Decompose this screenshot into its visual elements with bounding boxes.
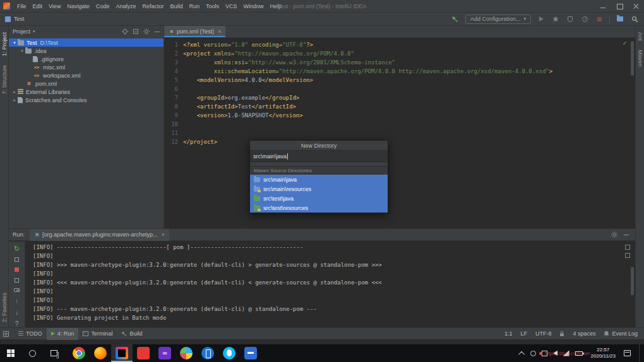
- build-hammer-icon[interactable]: [451, 15, 460, 23]
- volume-icon[interactable]: [553, 351, 558, 356]
- file-encoding[interactable]: UTF-8: [535, 330, 552, 337]
- menu-file[interactable]: File: [14, 0, 30, 13]
- code-line[interactable]: xmlns:xsi="http://www.w3.org/2001/XMLSch…: [183, 58, 552, 67]
- debug-icon[interactable]: [551, 15, 560, 23]
- menu-tools[interactable]: Tools: [203, 0, 222, 13]
- code-line[interactable]: <modelVersion>4.0.0</modelVersion>: [183, 76, 552, 85]
- menu-analyze[interactable]: Analyze: [112, 0, 139, 13]
- prev-occurrence-icon[interactable]: ↑: [13, 298, 21, 305]
- menu-run[interactable]: Run: [186, 0, 203, 13]
- help-icon[interactable]: ?: [13, 320, 21, 327]
- tool-button-ant[interactable]: Ant: [637, 32, 643, 41]
- taskbar-app-app-colorwheel[interactable]: [176, 344, 197, 362]
- breadcrumb[interactable]: Test: [14, 16, 25, 22]
- event-log-button[interactable]: Event Log: [604, 330, 638, 337]
- gear-icon[interactable]: [143, 28, 150, 35]
- project-panel-title[interactable]: Project: [13, 28, 30, 35]
- chevron-right-icon[interactable]: ▸: [11, 90, 18, 95]
- taskbar-app-app-red[interactable]: [133, 344, 154, 362]
- code-line[interactable]: [183, 120, 552, 129]
- caret-position[interactable]: 1:1: [504, 330, 513, 337]
- tree-item-test[interactable]: ▾TestD:\Test: [9, 38, 164, 47]
- indent-info[interactable]: 4 spaces: [573, 330, 595, 337]
- line-separator[interactable]: LF: [520, 330, 527, 337]
- code-line[interactable]: <artifactId>Test</artifactId>: [183, 102, 552, 111]
- run-tab[interactable]: m [org.apache.maven.plugins:maven-archet…: [30, 229, 169, 241]
- collapse-all-icon[interactable]: [133, 29, 138, 34]
- stop-icon[interactable]: [595, 15, 604, 23]
- console-panel[interactable]: [INFO] --------------------------------[…: [25, 242, 635, 327]
- statusbar-todo-button[interactable]: TODO: [14, 328, 47, 340]
- tree-item-workspace-xml[interactable]: <>workspace.xml: [9, 71, 164, 79]
- taskbar-app-visual-studio[interactable]: [154, 344, 176, 362]
- directory-option-src-main-resources[interactable]: src\main\resources: [250, 184, 388, 194]
- hide-panel-icon[interactable]: [155, 32, 160, 32]
- action-center-icon[interactable]: [624, 350, 631, 356]
- menu-build[interactable]: Build: [167, 0, 186, 13]
- stop-process-icon[interactable]: [13, 267, 21, 272]
- new-directory-input[interactable]: src\main\java: [250, 151, 388, 162]
- locate-file-icon[interactable]: [122, 28, 128, 35]
- editor-tab-pom[interactable]: m pom.xml (Test) ×: [164, 25, 225, 37]
- project-view-dropdown-icon[interactable]: ▾: [33, 29, 35, 34]
- statusbar-terminal-button[interactable]: Terminal: [78, 328, 117, 340]
- statusbar-run-button[interactable]: 4: Run: [47, 328, 79, 340]
- tab-close-icon[interactable]: ×: [218, 28, 221, 35]
- tool-button-maven[interactable]: Maven: [637, 50, 643, 67]
- start-button[interactable]: [0, 344, 21, 362]
- tree-item-gitignore[interactable]: .gitignore: [9, 55, 164, 63]
- menu-view[interactable]: View: [45, 0, 64, 13]
- hidden-icons-chevron[interactable]: [518, 351, 525, 357]
- network-icon[interactable]: [563, 351, 569, 356]
- soft-wrap-icon[interactable]: [625, 245, 630, 250]
- statusbar-build-button[interactable]: Build: [117, 328, 146, 340]
- code-line[interactable]: xsi:schemaLocation="http://maven.apache.…: [183, 67, 552, 76]
- chevron-right-icon[interactable]: ▸: [11, 98, 18, 103]
- inspections-ok-icon[interactable]: ✓: [623, 40, 628, 47]
- search-everywhere-icon[interactable]: [630, 15, 639, 23]
- taskbar-app-app-qq[interactable]: [218, 344, 240, 362]
- taskbar-app-chrome[interactable]: [68, 344, 90, 362]
- directory-option-src-test-resources[interactable]: src\test\resources: [250, 203, 388, 213]
- profiler-icon[interactable]: [580, 15, 589, 23]
- taskbar-app-intellij-idea[interactable]: [111, 344, 133, 362]
- run-configuration-icon[interactable]: [13, 257, 21, 262]
- taskbar-app-app-blue[interactable]: [240, 344, 261, 362]
- tree-item-misc-xml[interactable]: <>misc.xml: [9, 63, 164, 71]
- project-structure-icon[interactable]: [616, 15, 624, 23]
- minimize-button[interactable]: [595, 0, 611, 13]
- run-icon[interactable]: [537, 15, 546, 23]
- tree-item-external-libraries[interactable]: ▸External Libraries: [9, 88, 164, 96]
- code-line[interactable]: [183, 85, 552, 93]
- close-button[interactable]: [628, 0, 644, 13]
- task-view-button[interactable]: [43, 344, 64, 362]
- code-line[interactable]: <?xml version="1.0" encoding="UTF-8"?>: [183, 40, 552, 49]
- battery-icon[interactable]: [575, 351, 583, 356]
- taskbar-app-firefox[interactable]: [90, 344, 111, 362]
- add-configuration-button[interactable]: Add Configuration... ▾: [465, 15, 531, 24]
- maximize-button[interactable]: [611, 0, 628, 13]
- tool-button-project[interactable]: 1: Project: [1, 32, 8, 56]
- menu-edit[interactable]: Edit: [30, 0, 46, 13]
- run-tab-close-icon[interactable]: ×: [162, 231, 165, 238]
- menu-code[interactable]: Code: [93, 0, 113, 13]
- tray-icon-1[interactable]: [530, 351, 536, 356]
- directory-option-src-main-java[interactable]: src\main\java: [250, 175, 388, 184]
- tool-button-structure[interactable]: 7: Structure: [1, 65, 8, 95]
- next-occurrence-icon[interactable]: ↓: [13, 309, 21, 316]
- show-desktop-button[interactable]: [639, 344, 641, 362]
- tray-icon-2[interactable]: [542, 351, 547, 356]
- taskbar-app-app-phone[interactable]: [197, 344, 218, 362]
- console-scrollbar[interactable]: [631, 267, 634, 295]
- code-line[interactable]: <project xmlns="http://maven.apache.org/…: [183, 49, 552, 58]
- menu-window[interactable]: Window: [241, 0, 267, 13]
- coverage-icon[interactable]: [566, 15, 575, 23]
- taskbar-clock[interactable]: 22:57 2020/11/23: [591, 347, 616, 359]
- menu-navigate[interactable]: Navigate: [64, 0, 93, 13]
- tree-item-idea[interactable]: ▾.idea: [9, 47, 164, 55]
- tool-windows-icon[interactable]: [3, 331, 9, 337]
- tree-item-scratches-and-consoles[interactable]: ▸Scratches and Consoles: [9, 96, 164, 104]
- restore-layout-icon[interactable]: [13, 277, 21, 283]
- code-editor[interactable]: 123456789101112 <?xml version="1.0" enco…: [164, 38, 635, 146]
- menu-vcs[interactable]: VCS: [222, 0, 241, 13]
